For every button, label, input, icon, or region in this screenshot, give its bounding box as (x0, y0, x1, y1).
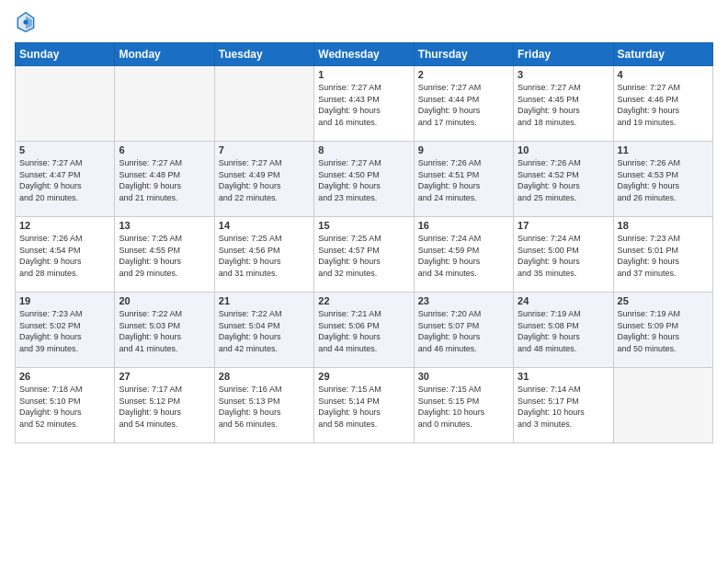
weekday-header-friday: Friday (514, 43, 613, 66)
calendar-cell: 10Sunrise: 7:26 AM Sunset: 4:52 PM Dayli… (514, 142, 613, 217)
calendar-cell: 24Sunrise: 7:19 AM Sunset: 5:08 PM Dayli… (514, 293, 613, 368)
logo (15, 9, 40, 35)
weekday-header-sunday: Sunday (16, 43, 115, 66)
calendar-cell: 3Sunrise: 7:27 AM Sunset: 4:45 PM Daylig… (514, 66, 613, 142)
calendar-cell: 31Sunrise: 7:14 AM Sunset: 5:17 PM Dayli… (514, 368, 613, 443)
day-number: 9 (418, 144, 509, 155)
day-info: Sunrise: 7:26 AM Sunset: 4:51 PM Dayligh… (418, 157, 509, 203)
calendar-cell: 2Sunrise: 7:27 AM Sunset: 4:44 PM Daylig… (414, 66, 513, 142)
calendar-table: SundayMondayTuesdayWednesdayThursdayFrid… (15, 42, 713, 443)
day-number: 2 (418, 69, 509, 80)
day-number: 27 (119, 371, 210, 382)
day-info: Sunrise: 7:27 AM Sunset: 4:44 PM Dayligh… (418, 82, 509, 128)
day-number: 4 (618, 69, 709, 80)
calendar-cell: 13Sunrise: 7:25 AM Sunset: 4:55 PM Dayli… (115, 217, 214, 293)
day-number: 11 (618, 144, 709, 155)
day-number: 10 (518, 144, 609, 155)
day-number: 18 (618, 220, 709, 231)
day-number: 20 (119, 295, 210, 306)
day-info: Sunrise: 7:15 AM Sunset: 5:15 PM Dayligh… (418, 384, 509, 430)
logo-icon (15, 9, 37, 35)
day-info: Sunrise: 7:26 AM Sunset: 4:53 PM Dayligh… (618, 157, 709, 203)
calendar-cell: 15Sunrise: 7:25 AM Sunset: 4:57 PM Dayli… (314, 217, 414, 293)
calendar-cell: 12Sunrise: 7:26 AM Sunset: 4:54 PM Dayli… (16, 217, 115, 293)
day-number: 23 (418, 295, 509, 306)
day-info: Sunrise: 7:27 AM Sunset: 4:50 PM Dayligh… (318, 157, 409, 203)
calendar-cell: 11Sunrise: 7:26 AM Sunset: 4:53 PM Dayli… (613, 142, 712, 217)
calendar-cell: 25Sunrise: 7:19 AM Sunset: 5:09 PM Dayli… (613, 293, 712, 368)
calendar-cell: 7Sunrise: 7:27 AM Sunset: 4:49 PM Daylig… (214, 142, 313, 217)
day-info: Sunrise: 7:22 AM Sunset: 5:04 PM Dayligh… (219, 308, 310, 354)
weekday-header-thursday: Thursday (414, 43, 513, 66)
svg-point-2 (23, 19, 28, 24)
day-info: Sunrise: 7:27 AM Sunset: 4:47 PM Dayligh… (19, 157, 110, 203)
calendar-cell: 23Sunrise: 7:20 AM Sunset: 5:07 PM Dayli… (414, 293, 513, 368)
calendar-cell: 17Sunrise: 7:24 AM Sunset: 5:00 PM Dayli… (514, 217, 613, 293)
day-info: Sunrise: 7:25 AM Sunset: 4:55 PM Dayligh… (119, 233, 210, 279)
day-info: Sunrise: 7:25 AM Sunset: 4:57 PM Dayligh… (318, 233, 409, 279)
calendar-cell: 6Sunrise: 7:27 AM Sunset: 4:48 PM Daylig… (115, 142, 214, 217)
day-info: Sunrise: 7:26 AM Sunset: 4:54 PM Dayligh… (19, 233, 110, 279)
day-info: Sunrise: 7:27 AM Sunset: 4:45 PM Dayligh… (518, 82, 609, 128)
day-info: Sunrise: 7:23 AM Sunset: 5:02 PM Dayligh… (19, 308, 110, 354)
weekday-header-wednesday: Wednesday (314, 43, 414, 66)
calendar-cell (613, 368, 712, 443)
calendar-cell: 27Sunrise: 7:17 AM Sunset: 5:12 PM Dayli… (115, 368, 214, 443)
day-info: Sunrise: 7:22 AM Sunset: 5:03 PM Dayligh… (119, 308, 210, 354)
day-info: Sunrise: 7:19 AM Sunset: 5:08 PM Dayligh… (518, 308, 609, 354)
calendar-cell (214, 66, 313, 142)
day-number: 29 (318, 371, 409, 382)
calendar-cell: 22Sunrise: 7:21 AM Sunset: 5:06 PM Dayli… (314, 293, 414, 368)
calendar-cell: 4Sunrise: 7:27 AM Sunset: 4:46 PM Daylig… (613, 66, 712, 142)
day-info: Sunrise: 7:15 AM Sunset: 5:14 PM Dayligh… (318, 384, 409, 430)
weekday-header-saturday: Saturday (613, 43, 712, 66)
day-number: 12 (19, 220, 110, 231)
day-number: 7 (219, 144, 310, 155)
day-number: 6 (119, 144, 210, 155)
calendar-cell: 19Sunrise: 7:23 AM Sunset: 5:02 PM Dayli… (16, 293, 115, 368)
day-number: 16 (418, 220, 509, 231)
calendar-cell: 28Sunrise: 7:16 AM Sunset: 5:13 PM Dayli… (214, 368, 313, 443)
day-info: Sunrise: 7:18 AM Sunset: 5:10 PM Dayligh… (19, 384, 110, 430)
day-number: 3 (518, 69, 609, 80)
day-info: Sunrise: 7:16 AM Sunset: 5:13 PM Dayligh… (219, 384, 310, 430)
calendar-cell: 30Sunrise: 7:15 AM Sunset: 5:15 PM Dayli… (414, 368, 513, 443)
day-info: Sunrise: 7:24 AM Sunset: 5:00 PM Dayligh… (518, 233, 609, 279)
day-info: Sunrise: 7:20 AM Sunset: 5:07 PM Dayligh… (418, 308, 509, 354)
day-number: 26 (19, 371, 110, 382)
calendar-cell: 21Sunrise: 7:22 AM Sunset: 5:04 PM Dayli… (214, 293, 313, 368)
day-number: 1 (318, 69, 409, 80)
calendar-cell: 20Sunrise: 7:22 AM Sunset: 5:03 PM Dayli… (115, 293, 214, 368)
day-number: 17 (518, 220, 609, 231)
day-info: Sunrise: 7:21 AM Sunset: 5:06 PM Dayligh… (318, 308, 409, 354)
day-number: 8 (318, 144, 409, 155)
calendar-cell: 5Sunrise: 7:27 AM Sunset: 4:47 PM Daylig… (16, 142, 115, 217)
day-number: 31 (518, 371, 609, 382)
day-info: Sunrise: 7:14 AM Sunset: 5:17 PM Dayligh… (518, 384, 609, 430)
weekday-header-monday: Monday (115, 43, 214, 66)
day-number: 28 (219, 371, 310, 382)
calendar-week-row: 12Sunrise: 7:26 AM Sunset: 4:54 PM Dayli… (16, 217, 713, 293)
calendar-cell: 29Sunrise: 7:15 AM Sunset: 5:14 PM Dayli… (314, 368, 414, 443)
weekday-header-row: SundayMondayTuesdayWednesdayThursdayFrid… (16, 43, 713, 66)
calendar-week-row: 26Sunrise: 7:18 AM Sunset: 5:10 PM Dayli… (16, 368, 713, 443)
day-info: Sunrise: 7:24 AM Sunset: 4:59 PM Dayligh… (418, 233, 509, 279)
header (15, 9, 713, 35)
day-number: 30 (418, 371, 509, 382)
calendar-cell: 18Sunrise: 7:23 AM Sunset: 5:01 PM Dayli… (613, 217, 712, 293)
calendar-cell (16, 66, 115, 142)
calendar-cell: 8Sunrise: 7:27 AM Sunset: 4:50 PM Daylig… (314, 142, 414, 217)
day-number: 15 (318, 220, 409, 231)
calendar-cell: 9Sunrise: 7:26 AM Sunset: 4:51 PM Daylig… (414, 142, 513, 217)
calendar-cell: 1Sunrise: 7:27 AM Sunset: 4:43 PM Daylig… (314, 66, 414, 142)
day-number: 24 (518, 295, 609, 306)
day-number: 25 (618, 295, 709, 306)
weekday-header-tuesday: Tuesday (214, 43, 313, 66)
day-info: Sunrise: 7:26 AM Sunset: 4:52 PM Dayligh… (518, 157, 609, 203)
day-number: 13 (119, 220, 210, 231)
day-info: Sunrise: 7:27 AM Sunset: 4:43 PM Dayligh… (318, 82, 409, 128)
calendar-cell: 26Sunrise: 7:18 AM Sunset: 5:10 PM Dayli… (16, 368, 115, 443)
calendar-week-row: 1Sunrise: 7:27 AM Sunset: 4:43 PM Daylig… (16, 66, 713, 142)
day-info: Sunrise: 7:27 AM Sunset: 4:48 PM Dayligh… (119, 157, 210, 203)
calendar-week-row: 19Sunrise: 7:23 AM Sunset: 5:02 PM Dayli… (16, 293, 713, 368)
